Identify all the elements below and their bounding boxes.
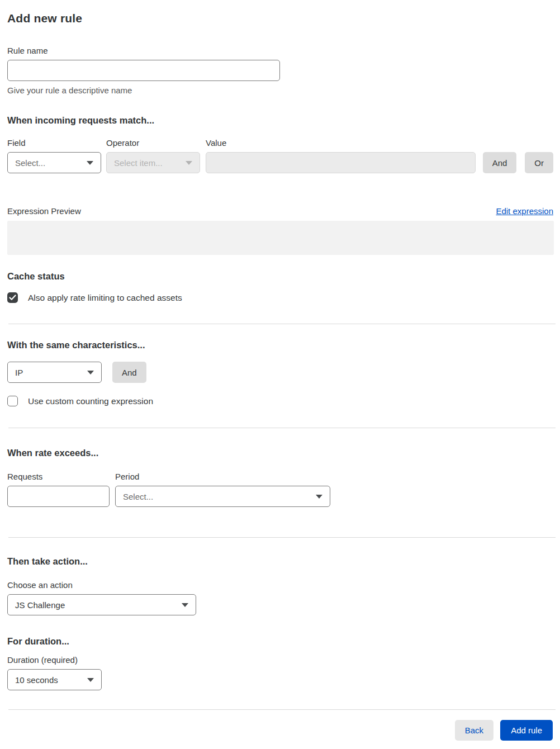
expression-preview-row: Expression Preview Edit expression xyxy=(7,206,553,216)
action-select[interactable]: JS Challenge xyxy=(7,594,196,615)
chevron-down-icon xyxy=(87,161,93,165)
divider xyxy=(8,324,556,324)
action-section-heading: Then take action... xyxy=(7,556,553,567)
action-group: Choose an action JS Challenge xyxy=(7,580,553,615)
or-button[interactable]: Or xyxy=(525,152,553,173)
duration-label: Duration (required) xyxy=(7,655,553,665)
custom-counting-label: Use custom counting expression xyxy=(28,396,153,406)
add-rule-form: Add new rule Rule name Give your rule a … xyxy=(0,0,560,741)
rate-section-heading: When rate exceeds... xyxy=(7,448,553,458)
add-rule-button[interactable]: Add rule xyxy=(500,720,553,741)
rule-name-help: Give your rule a descriptive name xyxy=(7,86,553,95)
chevron-down-icon xyxy=(186,161,192,165)
chevron-down-icon xyxy=(182,603,188,607)
requests-input[interactable] xyxy=(7,486,110,507)
operator-select-value: Select item... xyxy=(114,158,163,168)
period-group: Period Select... xyxy=(115,472,330,507)
expression-preview-label: Expression Preview xyxy=(7,206,81,216)
field-select[interactable]: Select... xyxy=(7,152,101,173)
value-label: Value xyxy=(206,138,476,148)
chevron-down-icon xyxy=(316,495,322,499)
expression-preview-box xyxy=(7,221,554,255)
rate-row: Requests Period Select... xyxy=(7,472,553,507)
characteristics-row: IP And xyxy=(7,362,553,383)
cached-assets-label: Also apply rate limiting to cached asset… xyxy=(28,293,182,303)
duration-select-value: 10 seconds xyxy=(15,675,58,685)
cache-checkbox-row: Also apply rate limiting to cached asset… xyxy=(7,292,553,303)
operator-label: Operator xyxy=(106,138,200,148)
duration-section-heading: For duration... xyxy=(7,636,553,647)
duration-group: Duration (required) 10 seconds xyxy=(7,655,553,690)
and-button[interactable]: And xyxy=(483,152,517,173)
field-group: Field Select... xyxy=(7,138,101,173)
custom-counting-checkbox[interactable] xyxy=(7,396,18,406)
period-select[interactable]: Select... xyxy=(115,486,330,507)
characteristics-section-heading: With the same characteristics... xyxy=(7,340,553,350)
match-builder-row: Field Select... Operator Select item... … xyxy=(7,138,553,173)
operator-select: Select item... xyxy=(106,152,200,173)
characteristic-select[interactable]: IP xyxy=(7,362,102,383)
back-button[interactable]: Back xyxy=(455,720,493,741)
footer-actions: Back Add rule xyxy=(7,720,553,741)
characteristic-select-value: IP xyxy=(15,368,23,377)
action-select-value: JS Challenge xyxy=(15,600,65,610)
rule-name-group: Rule name Give your rule a descriptive n… xyxy=(7,46,553,95)
checkmark-icon xyxy=(9,295,16,301)
match-section-heading: When incoming requests match... xyxy=(7,115,553,126)
requests-group: Requests xyxy=(7,472,110,507)
edit-expression-link[interactable]: Edit expression xyxy=(496,206,553,216)
operator-group: Operator Select item... xyxy=(106,138,200,173)
chevron-down-icon xyxy=(87,678,94,682)
requests-label: Requests xyxy=(7,472,110,481)
period-label: Period xyxy=(115,472,330,481)
divider xyxy=(8,537,556,538)
rule-name-input[interactable] xyxy=(7,60,280,81)
characteristic-and-button[interactable]: And xyxy=(112,362,146,383)
rule-name-label: Rule name xyxy=(7,46,553,55)
custom-counting-row: Use custom counting expression xyxy=(7,396,553,406)
chevron-down-icon xyxy=(87,371,94,374)
value-group: Value xyxy=(206,138,476,173)
cached-assets-checkbox[interactable] xyxy=(7,292,18,303)
field-select-value: Select... xyxy=(15,158,45,168)
cache-section-heading: Cache status xyxy=(7,271,553,282)
field-label: Field xyxy=(7,138,101,148)
value-input xyxy=(206,152,476,173)
divider xyxy=(8,709,556,710)
period-select-value: Select... xyxy=(123,492,153,501)
page-title: Add new rule xyxy=(7,12,553,25)
duration-select[interactable]: 10 seconds xyxy=(7,669,102,690)
divider xyxy=(8,428,556,428)
action-label: Choose an action xyxy=(7,580,553,590)
